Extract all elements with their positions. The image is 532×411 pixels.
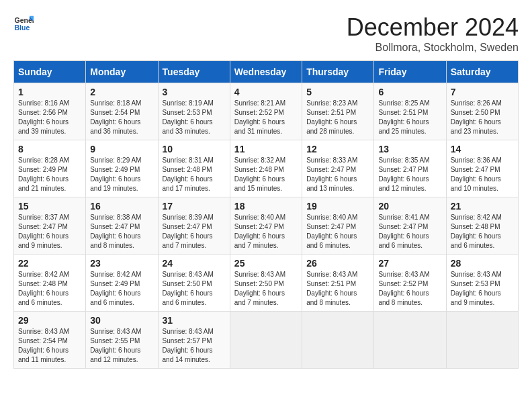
column-header-sunday: Sunday xyxy=(14,61,86,83)
day-number: 2 xyxy=(90,87,153,97)
calendar-cell: 9Sunrise: 8:29 AMSunset: 2:49 PMDaylight… xyxy=(86,140,158,197)
calendar-cell xyxy=(446,312,518,369)
day-details: Sunrise: 8:40 AMSunset: 2:47 PMDaylight:… xyxy=(234,213,298,250)
month-title: December 2024 xyxy=(347,13,519,42)
day-number: 4 xyxy=(234,87,298,97)
calendar-cell: 25Sunrise: 8:43 AMSunset: 2:50 PMDayligh… xyxy=(230,255,302,312)
day-number: 19 xyxy=(306,201,369,212)
day-details: Sunrise: 8:41 AMSunset: 2:47 PMDaylight:… xyxy=(378,213,441,250)
calendar-cell: 20Sunrise: 8:41 AMSunset: 2:47 PMDayligh… xyxy=(374,197,446,255)
calendar-cell: 23Sunrise: 8:42 AMSunset: 2:49 PMDayligh… xyxy=(86,255,158,312)
day-details: Sunrise: 8:21 AMSunset: 2:52 PMDaylight:… xyxy=(234,99,298,136)
calendar-cell: 29Sunrise: 8:43 AMSunset: 2:54 PMDayligh… xyxy=(14,312,86,369)
calendar-cell: 19Sunrise: 8:40 AMSunset: 2:47 PMDayligh… xyxy=(302,197,374,255)
calendar-cell xyxy=(374,312,446,369)
day-details: Sunrise: 8:28 AMSunset: 2:49 PMDaylight:… xyxy=(18,156,81,193)
day-number: 18 xyxy=(234,201,298,212)
day-number: 13 xyxy=(378,144,441,154)
day-number: 5 xyxy=(306,87,369,97)
calendar-cell: 12Sunrise: 8:33 AMSunset: 2:47 PMDayligh… xyxy=(302,140,374,197)
calendar-cell: 5Sunrise: 8:23 AMSunset: 2:51 PMDaylight… xyxy=(302,83,374,140)
calendar-cell: 10Sunrise: 8:31 AMSunset: 2:48 PMDayligh… xyxy=(158,140,230,197)
day-number: 21 xyxy=(451,201,514,212)
logo-icon: General Blue xyxy=(13,13,34,34)
day-number: 12 xyxy=(306,144,369,154)
column-header-saturday: Saturday xyxy=(446,61,518,83)
day-details: Sunrise: 8:31 AMSunset: 2:48 PMDaylight:… xyxy=(163,156,226,193)
day-details: Sunrise: 8:36 AMSunset: 2:47 PMDaylight:… xyxy=(451,156,514,193)
day-details: Sunrise: 8:18 AMSunset: 2:54 PMDaylight:… xyxy=(90,99,153,136)
day-details: Sunrise: 8:43 AMSunset: 2:51 PMDaylight:… xyxy=(306,270,369,308)
calendar-cell: 21Sunrise: 8:42 AMSunset: 2:48 PMDayligh… xyxy=(446,197,518,255)
day-number: 7 xyxy=(451,87,514,97)
day-details: Sunrise: 8:37 AMSunset: 2:47 PMDaylight:… xyxy=(18,213,81,250)
day-number: 28 xyxy=(451,258,514,269)
page-header: General Blue December 2024 Bollmora, Sto… xyxy=(13,13,519,54)
day-details: Sunrise: 8:38 AMSunset: 2:47 PMDaylight:… xyxy=(90,213,153,250)
day-details: Sunrise: 8:32 AMSunset: 2:48 PMDaylight:… xyxy=(234,156,298,193)
day-number: 3 xyxy=(163,87,226,97)
calendar-week-row: 29Sunrise: 8:43 AMSunset: 2:54 PMDayligh… xyxy=(14,312,519,369)
day-number: 11 xyxy=(234,144,298,154)
day-details: Sunrise: 8:39 AMSunset: 2:47 PMDaylight:… xyxy=(163,213,226,250)
title-area: December 2024 Bollmora, Stockholm, Swede… xyxy=(347,13,519,54)
day-number: 20 xyxy=(378,201,441,212)
calendar-cell: 11Sunrise: 8:32 AMSunset: 2:48 PMDayligh… xyxy=(230,140,302,197)
calendar-week-row: 8Sunrise: 8:28 AMSunset: 2:49 PMDaylight… xyxy=(14,140,519,197)
calendar-cell: 14Sunrise: 8:36 AMSunset: 2:47 PMDayligh… xyxy=(446,140,518,197)
calendar-cell: 16Sunrise: 8:38 AMSunset: 2:47 PMDayligh… xyxy=(86,197,158,255)
column-header-monday: Monday xyxy=(86,61,158,83)
column-header-friday: Friday xyxy=(374,61,446,83)
day-number: 26 xyxy=(306,258,369,269)
day-details: Sunrise: 8:19 AMSunset: 2:53 PMDaylight:… xyxy=(163,99,226,136)
calendar-cell: 2Sunrise: 8:18 AMSunset: 2:54 PMDaylight… xyxy=(86,83,158,140)
calendar-cell: 3Sunrise: 8:19 AMSunset: 2:53 PMDaylight… xyxy=(158,83,230,140)
calendar-week-row: 22Sunrise: 8:42 AMSunset: 2:48 PMDayligh… xyxy=(14,255,519,312)
location-title: Bollmora, Stockholm, Sweden xyxy=(347,42,519,54)
day-details: Sunrise: 8:43 AMSunset: 2:53 PMDaylight:… xyxy=(451,270,514,308)
calendar-week-row: 1Sunrise: 8:16 AMSunset: 2:56 PMDaylight… xyxy=(14,83,519,140)
calendar-cell: 7Sunrise: 8:26 AMSunset: 2:50 PMDaylight… xyxy=(446,83,518,140)
day-details: Sunrise: 8:43 AMSunset: 2:55 PMDaylight:… xyxy=(90,327,153,365)
calendar-cell xyxy=(230,312,302,369)
day-number: 1 xyxy=(18,87,81,97)
day-details: Sunrise: 8:43 AMSunset: 2:50 PMDaylight:… xyxy=(234,270,298,308)
calendar-cell: 13Sunrise: 8:35 AMSunset: 2:47 PMDayligh… xyxy=(374,140,446,197)
day-number: 10 xyxy=(163,144,226,154)
day-number: 23 xyxy=(90,258,153,269)
day-number: 15 xyxy=(18,201,81,212)
column-header-tuesday: Tuesday xyxy=(158,61,230,83)
calendar-cell: 4Sunrise: 8:21 AMSunset: 2:52 PMDaylight… xyxy=(230,83,302,140)
day-details: Sunrise: 8:42 AMSunset: 2:48 PMDaylight:… xyxy=(18,270,81,308)
calendar-cell: 18Sunrise: 8:40 AMSunset: 2:47 PMDayligh… xyxy=(230,197,302,255)
calendar-cell: 30Sunrise: 8:43 AMSunset: 2:55 PMDayligh… xyxy=(86,312,158,369)
day-details: Sunrise: 8:43 AMSunset: 2:50 PMDaylight:… xyxy=(163,270,226,308)
calendar-cell: 6Sunrise: 8:25 AMSunset: 2:51 PMDaylight… xyxy=(374,83,446,140)
day-number: 27 xyxy=(378,258,441,269)
day-details: Sunrise: 8:42 AMSunset: 2:49 PMDaylight:… xyxy=(90,270,153,308)
calendar-cell: 31Sunrise: 8:43 AMSunset: 2:57 PMDayligh… xyxy=(158,312,230,369)
day-details: Sunrise: 8:40 AMSunset: 2:47 PMDaylight:… xyxy=(306,213,369,250)
calendar-table: SundayMondayTuesdayWednesdayThursdayFrid… xyxy=(13,60,519,369)
day-details: Sunrise: 8:43 AMSunset: 2:54 PMDaylight:… xyxy=(18,327,81,365)
calendar-cell xyxy=(302,312,374,369)
day-details: Sunrise: 8:29 AMSunset: 2:49 PMDaylight:… xyxy=(90,156,153,193)
day-details: Sunrise: 8:25 AMSunset: 2:51 PMDaylight:… xyxy=(378,99,441,136)
day-number: 16 xyxy=(90,201,153,212)
day-number: 17 xyxy=(163,201,226,212)
day-number: 22 xyxy=(18,258,81,269)
calendar-cell: 24Sunrise: 8:43 AMSunset: 2:50 PMDayligh… xyxy=(158,255,230,312)
svg-text:Blue: Blue xyxy=(15,24,30,32)
day-number: 8 xyxy=(18,144,81,154)
day-details: Sunrise: 8:23 AMSunset: 2:51 PMDaylight:… xyxy=(306,99,369,136)
day-number: 24 xyxy=(163,258,226,269)
day-details: Sunrise: 8:35 AMSunset: 2:47 PMDaylight:… xyxy=(378,156,441,193)
calendar-cell: 17Sunrise: 8:39 AMSunset: 2:47 PMDayligh… xyxy=(158,197,230,255)
day-number: 25 xyxy=(234,258,298,269)
day-details: Sunrise: 8:16 AMSunset: 2:56 PMDaylight:… xyxy=(18,99,81,136)
day-number: 30 xyxy=(90,315,153,326)
day-details: Sunrise: 8:26 AMSunset: 2:50 PMDaylight:… xyxy=(451,99,514,136)
calendar-week-row: 15Sunrise: 8:37 AMSunset: 2:47 PMDayligh… xyxy=(14,197,519,255)
calendar-header-row: SundayMondayTuesdayWednesdayThursdayFrid… xyxy=(14,61,519,83)
calendar-cell: 27Sunrise: 8:43 AMSunset: 2:52 PMDayligh… xyxy=(374,255,446,312)
